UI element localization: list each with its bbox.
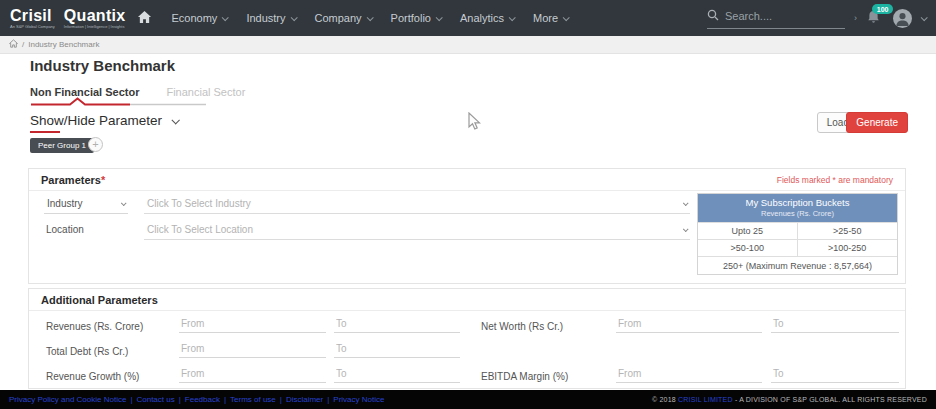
show-hide-underline (30, 131, 60, 133)
footer-link-disclaimer[interactable]: Disclaimer (286, 395, 323, 404)
crisil-wordmark: Crisil (10, 8, 55, 24)
header-right: › 100 (707, 7, 926, 29)
footer-link-feedback[interactable]: Feedback (185, 395, 220, 404)
crisil-logo: Crisil An S&P Global Company (10, 8, 55, 29)
additional-parameters-header: Additional Parameters (29, 289, 905, 311)
notifications-bell[interactable]: 100 (866, 9, 884, 27)
net-worth-to-input[interactable] (771, 316, 899, 333)
parameters-title: Parameters* (41, 174, 105, 186)
peer-group-1-tab[interactable]: Peer Group 1 (30, 138, 94, 153)
revenues-label: Revenues (Rs. Crore) (46, 321, 143, 332)
breadcrumb-separator: / (22, 40, 24, 49)
chevron-down-icon (563, 14, 570, 21)
search-input[interactable] (725, 10, 837, 22)
nav-item-economy[interactable]: Economy (172, 12, 228, 24)
bucket-cell: >25-50 (798, 222, 898, 239)
generate-button[interactable]: Generate (846, 112, 908, 133)
mandatory-note: Fields marked * are mandatory (777, 175, 893, 185)
footer-separator: | (130, 395, 132, 404)
brand-logo[interactable]: Crisil An S&P Global Company Quantix Inf… (10, 8, 152, 29)
bucket-cell: >100-250 (798, 239, 898, 256)
subscription-buckets-grid: Upto 25 >25-50 >50-100 >100-250 (698, 222, 897, 256)
breadcrumb-home-icon[interactable] (9, 39, 18, 50)
footer-links: Privacy Policy and Cookie Notice | Conta… (9, 395, 384, 404)
additional-parameters-panel: Additional Parameters Revenues (Rs. Cror… (28, 288, 906, 389)
revenues-to-input[interactable] (334, 316, 460, 333)
chevron-down-icon (436, 14, 443, 21)
footer-separator: | (327, 395, 329, 404)
show-hide-parameter-toggle[interactable]: Show/Hide Parameter (30, 113, 178, 128)
quantix-logo: Quantix Information | Intelligence | Ins… (64, 8, 126, 29)
chevron-down-icon (683, 200, 689, 206)
chevron-down-icon (290, 14, 297, 21)
industry-select-field[interactable] (144, 195, 690, 214)
bucket-max-revenue-row: 250+ (Maximum Revenue : 8,57,664) (698, 256, 897, 274)
plus-icon: + (92, 138, 98, 150)
add-peer-group-button[interactable]: + (88, 137, 103, 152)
nav-item-industry[interactable]: Industry (246, 12, 295, 24)
footer-link-contact-us[interactable]: Contact us (136, 395, 174, 404)
footer-separator: | (280, 395, 282, 404)
footer-link-terms-of-use[interactable]: Terms of use (230, 395, 276, 404)
subscription-buckets-subtitle: Revenues (Rs. Crore) (698, 209, 897, 218)
location-label: Location (46, 221, 84, 235)
quantix-tagline: Information | Intelligence | Insights (64, 25, 126, 29)
app-footer: Privacy Policy and Cookie Notice | Conta… (0, 390, 936, 409)
footer-crisil-limited-link[interactable]: CRISIL LIMITED (678, 396, 733, 403)
nav-item-analytics[interactable]: Analytics (460, 12, 514, 24)
footer-separator: | (224, 395, 226, 404)
ebitda-margin-label: EBITDA Margin (%) (481, 371, 568, 382)
ebitda-margin-from-input[interactable] (616, 366, 762, 383)
bucket-cell: Upto 25 (698, 222, 798, 239)
mouse-cursor (468, 112, 481, 131)
chevron-down-icon[interactable] (921, 14, 928, 21)
net-worth-label: Net Worth (Rs Cr.) (481, 321, 563, 332)
subscription-buckets-table: My Subscription Buckets Revenues (Rs. Cr… (697, 193, 898, 275)
location-select-field[interactable] (144, 221, 690, 240)
nav-item-more[interactable]: More (533, 12, 568, 24)
revenue-growth-label: Revenue Growth (%) (46, 371, 139, 382)
app-header: Crisil An S&P Global Company Quantix Inf… (0, 0, 936, 36)
industry-select-input[interactable] (147, 195, 647, 213)
chevron-down-icon (366, 14, 373, 21)
chevron-down-icon (683, 226, 689, 232)
home-icon[interactable] (137, 10, 152, 28)
location-select-input[interactable] (147, 221, 647, 239)
active-tab-underline (30, 97, 208, 107)
page-title: Industry Benchmark (30, 57, 175, 74)
required-asterisk: * (101, 174, 105, 186)
subscription-buckets-header: My Subscription Buckets Revenues (Rs. Cr… (698, 194, 897, 222)
search-box (707, 7, 845, 29)
user-avatar[interactable] (893, 9, 912, 28)
crisil-tagline: An S&P Global Company (10, 25, 55, 29)
chevron-right-icon[interactable]: › (854, 13, 857, 23)
chevron-down-icon (172, 116, 180, 124)
net-worth-from-input[interactable] (616, 316, 762, 333)
total-debt-to-input[interactable] (334, 341, 460, 358)
parameters-panel: Parameters* Fields marked * are mandator… (28, 168, 906, 284)
notification-count-badge: 100 (872, 4, 893, 14)
nav-item-portfolio[interactable]: Portfolio (391, 12, 441, 24)
revenue-growth-from-input[interactable] (179, 366, 326, 383)
revenues-from-input[interactable] (179, 316, 326, 333)
chevron-down-icon (509, 14, 516, 21)
person-icon (893, 9, 912, 28)
chevron-down-icon (222, 14, 229, 21)
main-nav: Economy Industry Company Portfolio Analy… (172, 12, 569, 24)
parameters-panel-header: Parameters* Fields marked * are mandator… (29, 169, 905, 191)
footer-separator: | (179, 395, 181, 404)
industry-type-dropdown[interactable]: Industry (44, 195, 128, 214)
total-debt-from-input[interactable] (179, 341, 326, 358)
footer-copyright: © 2018 CRISIL LIMITED - A DIVISION OF S&… (652, 396, 927, 403)
search-icon (707, 7, 719, 25)
subscription-buckets-title: My Subscription Buckets (698, 197, 897, 208)
nav-item-company[interactable]: Company (315, 12, 372, 24)
footer-link-privacy-notice[interactable]: Privacy Notice (333, 395, 384, 404)
revenue-growth-to-input[interactable] (334, 366, 460, 383)
ebitda-margin-to-input[interactable] (771, 366, 899, 383)
breadcrumb: / Industry Benchmark (0, 36, 936, 54)
industry-benchmark-page: Crisil An S&P Global Company Quantix Inf… (0, 0, 936, 409)
breadcrumb-current: Industry Benchmark (28, 40, 99, 49)
additional-parameters-title: Additional Parameters (41, 294, 158, 306)
footer-link-privacy-policy[interactable]: Privacy Policy and Cookie Notice (9, 395, 126, 404)
